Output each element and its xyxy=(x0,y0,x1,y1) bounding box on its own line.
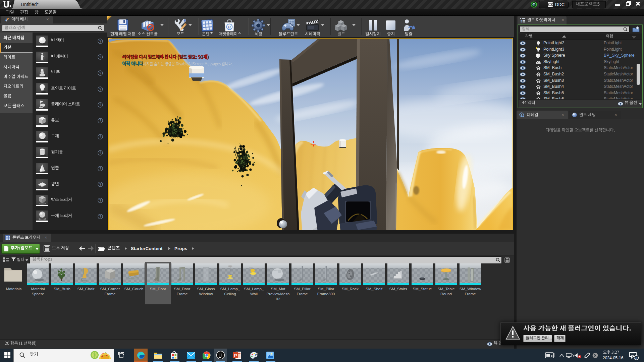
svg-text:?: ? xyxy=(99,55,101,59)
svg-text:?: ? xyxy=(99,87,101,91)
svg-text:3: 3 xyxy=(635,356,637,360)
svg-text:?: ? xyxy=(99,135,101,139)
svg-text:?: ? xyxy=(99,103,101,107)
svg-text:?: ? xyxy=(99,183,101,186)
svg-text:?: ? xyxy=(99,167,101,171)
svg-text:?: ? xyxy=(99,199,101,202)
svg-text:u: u xyxy=(228,24,231,29)
svg-text:?: ? xyxy=(99,40,101,43)
svg-text:?: ? xyxy=(99,119,101,123)
svg-text:i: i xyxy=(521,113,522,116)
svg-text:?: ? xyxy=(99,71,101,75)
svg-text:?: ? xyxy=(99,215,101,219)
svg-text:?: ? xyxy=(99,151,101,155)
svg-text:P: P xyxy=(234,353,237,358)
